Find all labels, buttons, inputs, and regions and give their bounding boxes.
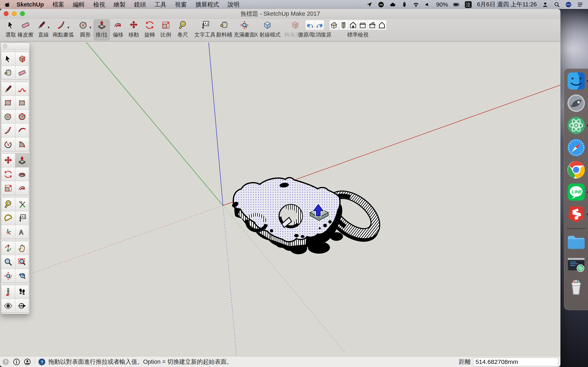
- input-method-badge[interactable]: 注: [462, 0, 474, 9]
- palette-tool-rotate[interactable]: [1, 167, 15, 181]
- safari-icon[interactable]: [566, 138, 586, 157]
- palette-tool-arc2[interactable]: [1, 124, 15, 137]
- dock-safari[interactable]: [566, 138, 586, 157]
- status-profile-button[interactable]: [24, 358, 31, 366]
- palette-tool-protractor[interactable]: [1, 211, 15, 225]
- search[interactable]: [551, 0, 563, 9]
- apple-icon[interactable]: [4, 1, 11, 8]
- palette-tool-walk[interactable]: [15, 285, 29, 299]
- palette-tool-tape[interactable]: [1, 197, 15, 211]
- menu-item-4[interactable]: 繪製: [109, 0, 130, 9]
- palette-tool-zoom-window[interactable]: [15, 255, 29, 269]
- palette-tool-prev-view[interactable]: [15, 269, 29, 283]
- battery-percentage[interactable]: 90%: [433, 0, 450, 9]
- palette-tool-eraser[interactable]: [15, 66, 29, 80]
- wifi[interactable]: [410, 0, 422, 9]
- toolbar-tool-eraser[interactable]: 橡皮擦: [16, 19, 35, 40]
- palette-tool-polygon[interactable]: [15, 110, 29, 123]
- dock-chrome[interactable]: [566, 160, 586, 180]
- menu-item-2[interactable]: 編輯: [69, 0, 89, 9]
- dock-folder[interactable]: [566, 233, 586, 252]
- palette-tool-paint[interactable]: [1, 66, 15, 80]
- house-front-button[interactable]: [348, 20, 358, 30]
- line-icon[interactable]: LINE: [566, 182, 586, 202]
- palette-tool-circle-tool[interactable]: [1, 110, 15, 123]
- palette-tool-rect-tool[interactable]: [1, 96, 15, 109]
- launchpad-icon[interactable]: [566, 93, 586, 113]
- cloud[interactable]: [387, 0, 398, 9]
- dock-atom[interactable]: [566, 116, 586, 135]
- menubar-clock[interactable]: 6月6日 週四 上午11:26: [474, 0, 539, 9]
- palette-tool-pos-camera[interactable]: [1, 285, 15, 299]
- palette-tool-select[interactable]: [1, 52, 15, 66]
- menu-item-1[interactable]: 檔案: [48, 0, 69, 9]
- dock-minimized-window[interactable]: [566, 255, 586, 274]
- toolbar-tool-paint[interactable]: 顏料桶: [214, 19, 234, 40]
- user[interactable]: [539, 0, 551, 9]
- palette-tool-pencil[interactable]: [1, 82, 15, 96]
- toolbar-tool-offset[interactable]: 偏移: [111, 19, 125, 40]
- palette-tool-text3d[interactable]: A: [15, 225, 29, 239]
- speaker[interactable]: [422, 0, 433, 9]
- palette-tool-orbit[interactable]: [1, 241, 15, 255]
- siri[interactable]: [563, 0, 574, 9]
- toolbar-tool-text-tool[interactable]: A1文字工具: [192, 19, 218, 40]
- toolbar-tool-arc2[interactable]: ▼兩點畫弧: [51, 19, 76, 40]
- house-flat-button[interactable]: [358, 20, 367, 30]
- menu-item-7[interactable]: 視窗: [171, 0, 191, 9]
- toolbar-tool-standard-views[interactable]: 標準檢視: [327, 19, 389, 40]
- measurement-value-box[interactable]: 514.682708mm: [473, 358, 558, 366]
- mouse[interactable]: [398, 0, 410, 9]
- toolbar-tool-scale[interactable]: 比例: [158, 19, 173, 40]
- toolbar-tool-pushpull[interactable]: 推/拉: [94, 19, 110, 40]
- undo-button[interactable]: [305, 20, 315, 30]
- status-hint-button[interactable]: ?: [2, 358, 9, 366]
- input-method-badge[interactable]: 注: [465, 1, 472, 8]
- chrome-icon[interactable]: [566, 160, 586, 180]
- palette-tool-pan[interactable]: [15, 241, 29, 255]
- drawing-canvas[interactable]: 3A1ACA-B: [0, 42, 561, 356]
- house-box-button[interactable]: [339, 20, 348, 30]
- status-help-button[interactable]: ?: [38, 358, 45, 366]
- battery[interactable]: [450, 0, 462, 9]
- minimized-window-icon[interactable]: [566, 255, 586, 274]
- palette-tool-arc3[interactable]: [15, 124, 29, 137]
- menu-item-8[interactable]: 擴展程式: [191, 0, 223, 9]
- titlebar[interactable]: 無標題 - SketchUp Make 2017: [0, 9, 561, 18]
- palette-tool-text-tool[interactable]: A1: [15, 211, 29, 225]
- toolbar-tool-tape[interactable]: 卷尺: [175, 19, 190, 40]
- palette-tool-move[interactable]: [1, 154, 15, 167]
- palette-tool-zoom[interactable]: [1, 255, 15, 269]
- folder-icon[interactable]: [566, 233, 586, 252]
- palette-tool-look[interactable]: [1, 299, 15, 313]
- palette-tool-pie-arc[interactable]: [1, 137, 15, 151]
- palette-tool-freehand[interactable]: [15, 82, 29, 96]
- trash-icon[interactable]: [566, 277, 586, 296]
- redo-button[interactable]: [315, 20, 324, 30]
- palette-tool-scale[interactable]: [1, 181, 15, 195]
- palette-tool-zoom-extents[interactable]: [1, 269, 15, 283]
- model-viewport[interactable]: [0, 42, 561, 356]
- apple-menu-icon[interactable]: [4, 1, 11, 8]
- house-plain-button[interactable]: [377, 20, 387, 30]
- toolbar-tool-xray[interactable]: X 射線模式: [252, 19, 283, 40]
- line-badge[interactable]: LINE: [375, 0, 387, 9]
- palette-tool-axes-tool[interactable]: [1, 225, 15, 239]
- house-iso-button[interactable]: [329, 20, 339, 30]
- palette-tool-dimension[interactable]: 3: [15, 197, 29, 211]
- atom-icon[interactable]: [566, 116, 586, 135]
- palette-tool-followme[interactable]: [15, 167, 29, 181]
- dropdown-caret-icon[interactable]: ▼: [67, 26, 70, 31]
- palette-titlebar[interactable]: [1, 43, 30, 50]
- palette-close-button[interactable]: [3, 44, 7, 49]
- menu-item-9[interactable]: 說明: [223, 0, 244, 9]
- finder-icon[interactable]: [566, 71, 586, 91]
- dropdown-caret-icon[interactable]: ▼: [47, 26, 50, 31]
- palette-tool-pushpull[interactable]: [15, 154, 29, 167]
- menu-item-3[interactable]: 檢視: [89, 0, 109, 9]
- location-arrow[interactable]: [364, 0, 375, 9]
- toolbar-tool-pencil[interactable]: ▼直線: [35, 19, 52, 40]
- toolbar-tool-move[interactable]: 移動: [126, 19, 141, 40]
- palette-tool-offset[interactable]: [15, 181, 29, 195]
- sketchup-icon[interactable]: [566, 205, 586, 224]
